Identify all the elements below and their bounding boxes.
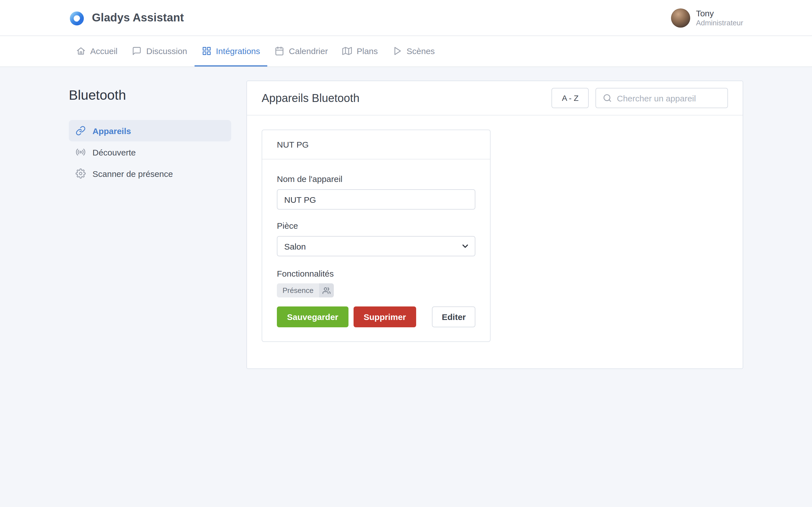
device-card: NUT PG Nom de l'appareil Pièce Salon [262,129,491,342]
message-icon [132,46,142,55]
tab-label: Intégrations [216,46,260,55]
tab-integrations[interactable]: Intégrations [195,36,267,66]
tab-label: Discussion [146,46,187,55]
sidebar-item-label: Appareils [93,126,131,135]
sidebar-item-appareils[interactable]: Appareils [69,120,231,142]
delete-button[interactable]: Supprimer [354,306,416,327]
sidebar-title: Bluetooth [69,87,231,103]
home-icon [76,46,86,55]
edit-button[interactable]: Editer [432,306,475,327]
sidebar-item-label: Scanner de présence [93,169,173,178]
map-icon [343,46,352,55]
play-icon [393,46,402,55]
devices-panel: Appareils Bluetooth A - Z NUT PG Nom d [246,80,743,369]
user-name: Tony [696,8,743,18]
tab-label: Calendrier [289,46,328,55]
search-input[interactable] [617,93,729,103]
gladys-app: Gladys Assistant Tony Administrateur Acc… [0,0,812,507]
radio-icon [75,147,86,157]
tab-label: Scènes [407,46,435,55]
save-button[interactable]: Sauvegarder [277,306,349,327]
search-icon [603,94,612,103]
user-role: Administrateur [696,18,743,27]
avatar[interactable] [671,8,690,27]
brand[interactable]: Gladys Assistant [69,9,184,26]
user-menu[interactable]: Tony Administrateur [671,8,743,27]
sort-az-button[interactable]: A - Z [552,88,589,108]
sidebar-item-scanner-presence[interactable]: Scanner de présence [69,163,231,184]
bluetooth-sidebar: Bluetooth Appareils Découverte Scanner d… [69,80,231,369]
app-title: Gladys Assistant [92,11,184,24]
room-label: Pièce [277,221,475,230]
grid-icon [202,46,211,55]
tab-label: Plans [357,46,378,55]
tab-discussion[interactable]: Discussion [125,36,195,66]
tab-scenes[interactable]: Scènes [385,36,442,66]
panel-title: Appareils Bluetooth [262,92,359,105]
top-header: Gladys Assistant Tony Administrateur [0,0,812,36]
device-name-label: Nom de l'appareil [277,174,475,184]
tab-plans[interactable]: Plans [335,36,385,66]
room-select[interactable]: Salon [277,236,475,256]
feature-badge-label: Présence [277,283,319,297]
feature-badge-presence: Présence [277,283,334,297]
gladys-logo-icon [69,9,86,26]
users-icon [319,283,334,297]
sidebar-item-label: Découverte [93,147,136,157]
tab-calendrier[interactable]: Calendrier [267,36,335,66]
tab-accueil[interactable]: Accueil [69,36,125,66]
device-search [596,88,728,108]
device-card-title: NUT PG [262,130,490,159]
sidebar-item-decouverte[interactable]: Découverte [69,142,231,163]
main-nav: Accueil Discussion Intégrations Calendri… [0,36,812,67]
features-label: Fonctionnalités [277,269,475,278]
link-icon [75,126,86,136]
calendar-icon [275,46,285,55]
device-name-input[interactable] [277,189,475,210]
gear-icon [75,168,86,179]
tab-label: Accueil [90,46,117,55]
